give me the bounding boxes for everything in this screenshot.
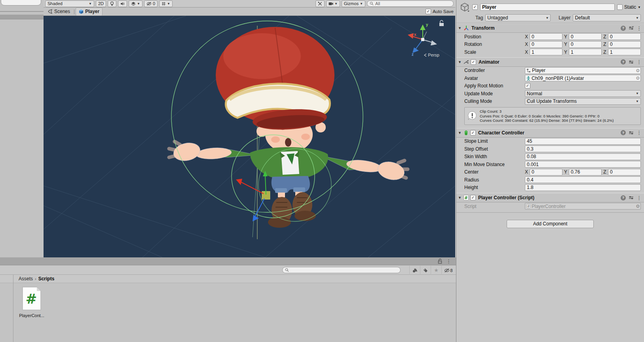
kebab-menu-icon[interactable]: ⋮ — [636, 59, 642, 65]
component-enabled-checkbox[interactable]: ✓ — [471, 59, 476, 65]
breadcrumb-assets[interactable]: Assets — [19, 276, 33, 282]
center-z-input[interactable]: 0 — [608, 169, 641, 176]
search-by-label-button[interactable] — [420, 266, 431, 275]
foldout-icon[interactable]: ▼ — [458, 131, 462, 135]
rotation-z-input[interactable]: 0 — [608, 41, 641, 48]
slope-limit-input[interactable]: 45 — [525, 138, 641, 145]
search-by-type-button[interactable] — [409, 266, 420, 275]
layer-dropdown[interactable]: Default▼ — [573, 14, 641, 21]
tag-dropdown[interactable]: Untagged▼ — [485, 14, 551, 21]
add-component-button[interactable]: Add Component — [507, 220, 594, 228]
center-x-input[interactable]: 0 — [530, 169, 562, 176]
gizmos-dropdown[interactable]: Gizmos▼ — [342, 0, 365, 7]
height-input[interactable]: 1.8 — [525, 184, 641, 191]
scene-audio-button[interactable] — [118, 0, 127, 7]
min-move-distance-input[interactable]: 0.001 — [525, 161, 641, 168]
scene-viewport[interactable]: x y z Persp — [44, 16, 455, 257]
scale-x-input[interactable]: 1 — [530, 49, 562, 55]
step-offset-input[interactable]: 0.3 — [525, 145, 641, 152]
step-offset-row: Step Offset 0.3 — [456, 145, 644, 153]
static-checkbox[interactable]: ✓ — [617, 4, 623, 10]
hierarchy-search-input[interactable] — [1, 0, 41, 6]
position-y-input[interactable]: 0 — [569, 33, 602, 40]
auto-save-toggle[interactable]: ✓ Auto Save — [426, 9, 454, 14]
hidden-packages-button[interactable]: 8 — [441, 266, 455, 275]
effects-icon — [131, 2, 136, 6]
center-y-input[interactable]: 0.76 — [569, 169, 602, 176]
rotation-y-input[interactable]: 0 — [569, 41, 602, 48]
player-controller-script-header[interactable]: ▼ # ✓ Player Controller (Script) ? ⋮ — [456, 193, 644, 202]
chevron-left-icon — [424, 53, 427, 57]
csharp-script-icon: # — [464, 195, 469, 200]
project-search-field[interactable] — [282, 267, 401, 273]
scale-z-input[interactable]: 1 — [608, 49, 641, 55]
character-controller-header[interactable]: ▼ ✓ Character Controller ? ⋮ — [456, 128, 644, 138]
gameobject-cube-icon[interactable] — [460, 2, 470, 12]
position-x-input[interactable]: 0 — [530, 33, 562, 40]
component-enabled-checkbox[interactable]: ✓ — [470, 195, 476, 200]
component-title: Transform — [471, 25, 619, 31]
chevron-down-icon[interactable]: ▼ — [638, 6, 641, 9]
animator-component-header[interactable]: ▼ ✓ Animator ? ⋮ — [456, 57, 644, 67]
kebab-menu-icon[interactable]: ⋮ — [446, 258, 451, 264]
help-icon[interactable]: ? — [621, 59, 626, 64]
gameobject-name-input[interactable] — [480, 4, 615, 11]
kebab-menu-icon[interactable]: ⋮ — [636, 25, 642, 31]
object-picker-icon[interactable]: ⊙ — [636, 76, 640, 81]
kebab-menu-icon[interactable]: ⋮ — [636, 195, 642, 201]
script-object-field: # PlayerController ⊙ — [525, 203, 641, 210]
perspective-toggle[interactable]: Persp — [424, 53, 439, 57]
presets-icon[interactable] — [629, 26, 634, 30]
script-row: Script # PlayerController ⊙ — [456, 202, 644, 210]
culling-mode-dropdown[interactable]: Cull Update Transforms▼ — [525, 98, 641, 105]
scene-view-toolbar: Shaded▼ 2D ▼ 0 ▼ ▼ Gizmos▼ — [44, 0, 455, 8]
help-icon[interactable]: ? — [621, 130, 626, 135]
foldout-icon[interactable]: ▼ — [458, 196, 462, 200]
grid-settings-dropdown[interactable]: ▼ — [159, 0, 173, 7]
skin-width-input[interactable]: 0.08 — [525, 153, 641, 160]
info-bubble-icon — [467, 111, 477, 121]
component-enabled-checkbox[interactable]: ✓ — [470, 130, 476, 136]
object-picker-icon[interactable]: ⊙ — [636, 68, 640, 73]
favorites-button[interactable]: ★ — [431, 266, 441, 275]
kebab-menu-icon[interactable]: ⋮ — [636, 130, 642, 136]
2d-toggle-button[interactable]: 2D — [96, 0, 106, 7]
axis-orientation-gizmo — [408, 25, 437, 53]
scene-search-input[interactable]: All — [367, 0, 454, 7]
scene-visibility-button[interactable]: 0 — [144, 0, 158, 7]
tab-scenes[interactable]: Scenes — [45, 8, 73, 15]
scene-effects-dropdown[interactable]: ▼ — [129, 0, 142, 7]
avatar-row: Avatar Ch09_nonPBR (1)Avatar ⊙ — [456, 74, 644, 82]
presets-icon[interactable] — [629, 130, 634, 135]
tab-player[interactable]: Player — [76, 8, 103, 16]
breadcrumb-scripts[interactable]: Scripts — [38, 276, 55, 282]
apply-root-motion-checkbox[interactable]: ✓ — [525, 83, 530, 89]
skin-width-row: Skin Width 0.08 — [456, 153, 644, 161]
radius-input[interactable]: 0.4 — [525, 176, 641, 183]
shading-mode-dropdown[interactable]: Shaded▼ — [45, 0, 94, 7]
foldout-icon[interactable]: ▼ — [458, 60, 462, 64]
project-search-input[interactable] — [291, 267, 398, 273]
presets-icon[interactable] — [629, 195, 634, 200]
help-icon[interactable]: ? — [621, 195, 626, 200]
presets-icon[interactable] — [629, 60, 634, 64]
update-mode-dropdown[interactable]: Normal▼ — [525, 90, 641, 97]
help-icon[interactable]: ? — [621, 26, 626, 31]
position-z-input[interactable]: 0 — [608, 33, 641, 40]
project-content-area[interactable]: # PlayerCont... — [0, 283, 456, 342]
scale-y-input[interactable]: 1 — [569, 49, 602, 55]
active-checkbox[interactable]: ✓ — [472, 4, 478, 10]
lock-icon[interactable] — [438, 259, 442, 264]
script-asset-item[interactable]: # PlayerCont... — [16, 286, 47, 318]
foldout-icon[interactable]: ▼ — [458, 26, 462, 30]
scene-camera-dropdown[interactable]: ▼ — [326, 0, 340, 7]
auto-save-checkbox[interactable]: ✓ — [426, 9, 431, 14]
controller-object-field[interactable]: Player ⊙ — [525, 67, 641, 74]
transform-component-header[interactable]: ▼ Transform ? ⋮ — [456, 23, 644, 33]
avatar-object-field[interactable]: Ch09_nonPBR (1)Avatar ⊙ — [525, 75, 641, 81]
rotation-x-input[interactable]: 0 — [530, 41, 562, 48]
scene-tools-button[interactable] — [315, 0, 325, 7]
grid-icon — [161, 2, 166, 6]
axis-z-label: z — [412, 52, 414, 57]
scene-lighting-button[interactable] — [108, 0, 116, 7]
